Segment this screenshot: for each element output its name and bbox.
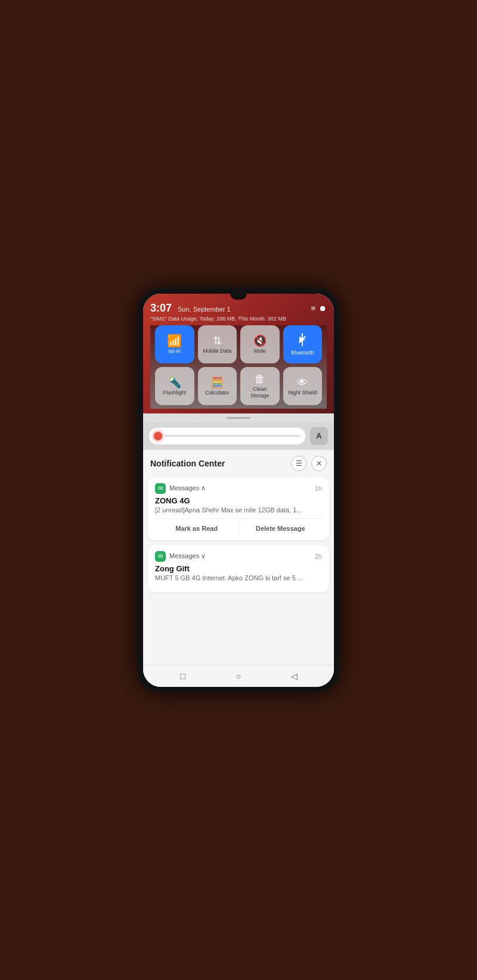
- messages-app-icon-0: ✉: [155, 483, 166, 494]
- wifi-icon: 📶: [167, 335, 182, 347]
- mute-icon: 🔇: [253, 335, 267, 346]
- tile-mute-label: Mute: [254, 348, 266, 354]
- bluetooth-icon: [298, 333, 307, 348]
- tile-clean-storage-label: Clean Storage: [243, 386, 277, 399]
- tile-wifi[interactable]: 📶 Wi-Fi: [155, 325, 194, 363]
- quick-tiles: 📶 Wi-Fi ⇅ Mobile Data 🔇 Mute: [150, 325, 327, 409]
- expand-handle[interactable]: [227, 417, 250, 419]
- notif-header-icons: ☰ ✕: [291, 456, 327, 471]
- tile-wifi-label: Wi-Fi: [168, 349, 181, 355]
- mark-as-read-button[interactable]: Mark as Read: [155, 522, 239, 534]
- notif-time-0: 1h: [315, 485, 322, 492]
- delete-message-button[interactable]: Delete Message: [239, 522, 323, 534]
- notification-center-title: Notification Center: [150, 459, 225, 468]
- status-bar: 3:07 Sun, September 1 ≡ ⏺: [150, 302, 327, 315]
- phone-screen: 3:07 Sun, September 1 ≡ ⏺ "SIM1" Data Us…: [143, 294, 334, 687]
- tile-mute[interactable]: 🔇 Mute: [240, 325, 280, 363]
- notification-item-1[interactable]: ✉ Messages ∨ 2h Zong Gift MUFT 5 GB 4G I…: [148, 545, 329, 592]
- notif-actions-0: Mark as Read Delete Message: [155, 518, 322, 534]
- main-content: Notification Center ☰ ✕ ✉: [143, 450, 334, 665]
- status-icons: ≡ ⏺: [311, 304, 327, 313]
- record-icon: ⏺: [319, 304, 327, 313]
- brightness-slider[interactable]: [149, 428, 305, 444]
- tile-night-shield[interactable]: 👁 Night Shield: [283, 367, 323, 405]
- message-icon-1: ✉: [158, 553, 163, 559]
- notif-app-row-1: ✉ Messages ∨ 2h: [155, 551, 322, 562]
- notif-sender-1: Zong Gift: [155, 564, 322, 573]
- tile-bluetooth-label: Bluetooth: [291, 350, 314, 356]
- mobile-data-icon: ⇅: [213, 335, 222, 346]
- phone-device: 3:07 Sun, September 1 ≡ ⏺ "SIM1" Data Us…: [137, 288, 340, 693]
- recent-apps-button[interactable]: □: [177, 670, 189, 682]
- app-name-1: Messages ∨: [169, 552, 206, 560]
- date-display: Sun, September 1: [178, 306, 231, 313]
- app-name-0: Messages ∧: [169, 484, 206, 492]
- notif-body-1: MUFT 5 GB 4G Internet: Apko ZONG ki tarf…: [155, 574, 322, 581]
- notification-center-header: Notification Center ☰ ✕: [143, 450, 334, 475]
- list-icon: ☰: [296, 459, 302, 468]
- notif-body-0: [2 unread]Apna Shehr Max se mile 12GB da…: [155, 506, 322, 514]
- notif-app-left-0: ✉ Messages ∧: [155, 483, 206, 494]
- menu-icon: ≡: [311, 304, 315, 313]
- notif-app-left-1: ✉ Messages ∨: [155, 551, 206, 562]
- tile-calculator-label: Calculator: [205, 390, 230, 396]
- tile-bluetooth[interactable]: Bluetooth: [283, 325, 323, 363]
- brightness-bar: A: [143, 422, 334, 450]
- notif-sender-0: ZONG 4G: [155, 496, 322, 505]
- home-button[interactable]: ○: [233, 670, 244, 682]
- back-button[interactable]: ◁: [288, 670, 300, 682]
- close-icon: ✕: [316, 459, 322, 468]
- tile-flashlight-label: Flashlight: [163, 390, 186, 396]
- message-icon: ✉: [158, 485, 163, 491]
- messages-app-icon-1: ✉: [155, 551, 166, 562]
- status-area: 3:07 Sun, September 1 ≡ ⏺ "SIM1" Data Us…: [143, 294, 334, 413]
- tile-clean-storage[interactable]: 🗑 Clean Storage: [240, 367, 280, 405]
- manage-notifications-button[interactable]: ☰: [291, 456, 306, 471]
- font-size-button[interactable]: A: [310, 427, 328, 445]
- tile-calculator[interactable]: 🧮 Calculator: [198, 367, 237, 405]
- clean-storage-icon: 🗑: [255, 374, 265, 384]
- calculator-icon: 🧮: [210, 377, 224, 388]
- flashlight-icon: 🔦: [168, 377, 181, 388]
- night-shield-icon: 👁: [297, 377, 308, 388]
- navigation-bar: □ ○ ◁: [143, 665, 334, 687]
- tile-mobile-data-label: Mobile Data: [203, 348, 231, 354]
- tile-flashlight[interactable]: 🔦 Flashlight: [155, 367, 194, 405]
- notif-app-row-0: ✉ Messages ∧ 1h: [155, 483, 322, 494]
- brightness-dot: [154, 432, 162, 440]
- clock-time: 3:07: [150, 302, 172, 315]
- sim-info: "SIM1" Data Usage, Today: 288 MB, This M…: [150, 316, 327, 322]
- brightness-track: [162, 435, 301, 437]
- clear-all-notifications-button[interactable]: ✕: [311, 456, 327, 471]
- tile-night-shield-label: Night Shield: [288, 390, 317, 396]
- notification-item-0[interactable]: ✉ Messages ∧ 1h ZONG 4G [2 unread]Apna S…: [148, 477, 329, 540]
- notif-time-1: 2h: [315, 553, 322, 560]
- tile-mobile-data[interactable]: ⇅ Mobile Data: [198, 325, 237, 363]
